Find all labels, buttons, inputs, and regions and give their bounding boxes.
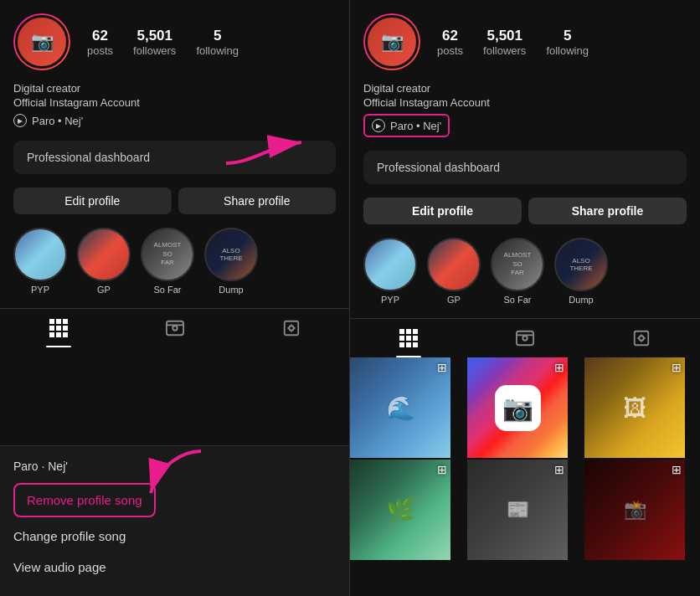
left-highlight-sofar[interactable]: ALMOSTSOFAR So Far: [141, 228, 194, 295]
left-bio-song: ▶ Paro • Nej': [13, 114, 336, 127]
grid-cell-2[interactable]: 📷 ⊞: [467, 357, 568, 458]
cell-5-badge: ⊞: [554, 463, 564, 476]
right-followers-stat: 5,501 followers: [483, 28, 526, 57]
right-bio-account: Official Instagram Account: [363, 96, 687, 109]
svg-rect-4: [56, 326, 61, 331]
svg-rect-20: [406, 336, 411, 341]
grid-cell-6[interactable]: 📸 ⊞: [584, 460, 685, 560]
right-tab-reels[interactable]: [466, 319, 583, 357]
right-posts-stat: 62 posts: [437, 28, 463, 57]
right-avatar-icon: 📷: [381, 31, 404, 53]
left-avatar-inner: 📷: [15, 15, 69, 69]
left-following-number: 5: [214, 28, 221, 44]
left-tab-grid[interactable]: [0, 309, 116, 347]
grid-cell-5[interactable]: 📰 ⊞: [467, 460, 568, 560]
svg-rect-0: [49, 319, 54, 324]
right-profile-header: 📷 62 posts 5,501 followers 5 following: [350, 0, 700, 79]
left-bio-account: Official Instagram Account: [13, 96, 336, 109]
left-change-song-item[interactable]: Change profile song: [13, 521, 336, 552]
right-highlight-sofar-circle: ALMOSTSOFAR: [491, 238, 544, 291]
right-bio-song-highlighted: ▶ Paro • Nej': [363, 114, 450, 137]
left-highlight-gp-circle: [77, 228, 131, 281]
left-highlight-dump-circle: ALSOTHERE: [204, 228, 258, 281]
svg-rect-5: [63, 326, 68, 331]
left-dashboard-label: Professional dashboard: [27, 151, 150, 164]
cell-2-badge: ⊞: [554, 361, 564, 374]
right-pro-dashboard[interactable]: Professional dashboard: [363, 151, 687, 184]
right-following-label: following: [546, 44, 589, 57]
left-avatar-icon: 📷: [31, 31, 54, 53]
right-posts-label: posts: [437, 44, 463, 57]
left-highlight-pyp-label: PYP: [31, 285, 49, 295]
svg-rect-23: [406, 342, 411, 347]
right-highlight-gp-circle: [427, 238, 481, 291]
left-view-audio-item[interactable]: View audio page: [13, 552, 336, 583]
right-share-profile-button[interactable]: Share profile: [528, 198, 687, 224]
svg-rect-28: [635, 331, 649, 346]
cell-6-badge: ⊞: [672, 463, 682, 476]
left-following-label: following: [196, 44, 239, 57]
svg-rect-6: [49, 332, 54, 337]
svg-point-29: [640, 336, 645, 341]
left-bio-section: Digital creator Official Instagram Accou…: [0, 79, 349, 134]
right-highlight-sofar[interactable]: ALMOSTSOFAR So Far: [491, 238, 544, 305]
left-highlight-gp[interactable]: GP: [77, 228, 131, 295]
right-avatar: 📷: [363, 13, 420, 70]
left-share-profile-button[interactable]: Share profile: [178, 188, 337, 214]
left-followers-label: followers: [133, 44, 176, 57]
right-dashboard-label: Professional dashboard: [377, 161, 500, 174]
left-bio-role: Digital creator: [13, 82, 336, 95]
left-song-icon: ▶: [13, 114, 27, 127]
svg-rect-8: [63, 332, 68, 337]
left-highlight-pyp-circle: [13, 228, 67, 281]
left-highlight-dump[interactable]: ALSOTHERE Dump: [204, 228, 258, 295]
left-edit-profile-button[interactable]: Edit profile: [13, 188, 172, 214]
left-posts-number: 62: [92, 28, 108, 44]
grid-cell-1[interactable]: 🌊 ⊞: [350, 357, 450, 458]
left-following-stat: 5 following: [196, 28, 239, 57]
grid-cell-3[interactable]: 🖼 ⊞: [584, 357, 685, 458]
right-followers-number: 5,501: [486, 28, 522, 44]
right-bio-section: Digital creator Official Instagram Accou…: [350, 79, 700, 144]
right-edit-profile-button[interactable]: Edit profile: [363, 198, 522, 224]
svg-rect-19: [399, 336, 404, 341]
svg-rect-22: [399, 342, 404, 347]
right-stats-row: 62 posts 5,501 followers 5 following: [437, 28, 687, 57]
left-highlight-sofar-label: So Far: [153, 285, 181, 295]
right-highlight-dump[interactable]: ALSOTHERE Dump: [554, 238, 608, 305]
svg-rect-1: [56, 319, 61, 324]
left-highlight-dump-label: Dump: [219, 285, 243, 295]
left-followers-stat: 5,501 followers: [133, 28, 176, 57]
right-highlight-pyp[interactable]: PYP: [363, 238, 417, 305]
right-following-number: 5: [564, 28, 571, 44]
svg-rect-16: [399, 329, 404, 334]
right-tab-grid[interactable]: [350, 319, 466, 357]
right-highlight-dump-label: Dump: [569, 295, 593, 305]
cell-1-badge: ⊞: [437, 361, 447, 374]
right-action-buttons: Edit profile Share profile: [350, 191, 700, 231]
svg-rect-9: [166, 321, 183, 336]
right-highlights: PYP GP ALMOSTSOFAR So Far ALSOTHERE Dump: [350, 231, 700, 311]
left-tab-bar: [0, 308, 349, 347]
right-posts-number: 62: [442, 28, 458, 44]
right-highlight-gp[interactable]: GP: [427, 238, 481, 305]
left-remove-song-button[interactable]: Remove profile song: [13, 483, 156, 517]
left-tab-tagged[interactable]: [233, 309, 349, 347]
left-highlight-sofar-circle: ALMOSTSOFAR: [141, 228, 194, 281]
right-highlight-sofar-label: So Far: [503, 295, 531, 305]
right-panel: 📷 62 posts 5,501 followers 5 following D…: [350, 0, 700, 596]
left-song-text: Paro • Nej': [32, 115, 83, 127]
left-highlights: PYP GP ALMOSTSOFAR So Far ALSOTHERE Dump: [0, 221, 349, 301]
left-highlight-pyp[interactable]: PYP: [13, 228, 67, 295]
svg-rect-2: [63, 319, 68, 324]
svg-rect-18: [413, 329, 418, 334]
cell-4-badge: ⊞: [437, 463, 447, 476]
right-highlight-pyp-circle: [363, 238, 417, 291]
right-tab-tagged[interactable]: [584, 319, 700, 357]
svg-rect-24: [413, 342, 418, 347]
svg-rect-21: [413, 336, 418, 341]
grid-cell-4[interactable]: 🌿 ⊞: [350, 460, 450, 560]
right-photo-grid: 🌊 ⊞ 📷 ⊞ 🖼 ⊞ 🌿 ⊞ 📰 ⊞: [350, 357, 700, 560]
svg-rect-7: [56, 332, 61, 337]
left-tab-reels[interactable]: [116, 309, 233, 347]
